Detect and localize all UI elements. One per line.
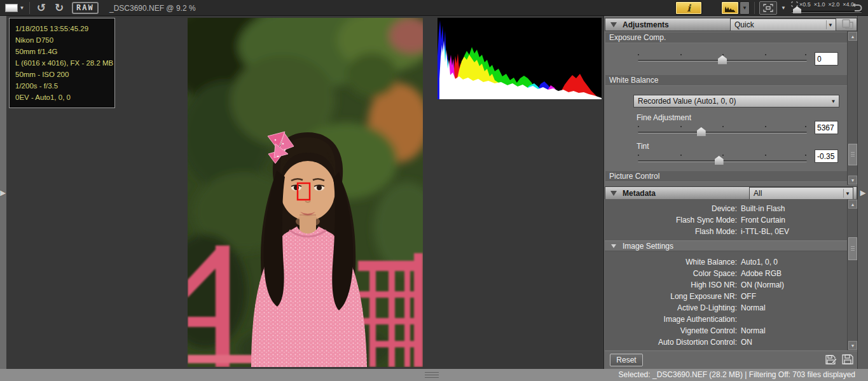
metadata-title: Metadata <box>623 189 656 198</box>
copy-settings-button[interactable] <box>841 18 856 31</box>
scroll-up-icon: ▲ <box>851 34 855 39</box>
panel-footer: Reset <box>605 350 857 368</box>
revert-button[interactable] <box>850 1 864 15</box>
histogram-overlay <box>437 18 602 99</box>
metadata-row-label: White Balance: <box>605 258 737 269</box>
fine-adjustment-value-input[interactable] <box>815 121 838 134</box>
save-icon <box>841 354 854 365</box>
metadata-row-value: ON <box>741 338 752 349</box>
expand-left-panel-handle[interactable]: ▶ <box>0 16 6 369</box>
fine-adjustment-slider[interactable] <box>638 126 807 139</box>
metadata-row-label: Device: <box>605 204 737 216</box>
chevron-down-icon: ▼ <box>20 5 25 11</box>
window-icon <box>5 4 18 12</box>
metadata-row-value: Normal <box>741 326 766 338</box>
right-triangle-icon: ▶ <box>860 188 865 197</box>
collapse-triangle-icon[interactable] <box>610 22 617 27</box>
exif-overlay: 1/18/2015 13:55:45.29 Nikon D750 50mm f/… <box>9 18 115 108</box>
adjustments-body: Exposure Comp. White Balance Recorded Va… <box>605 31 857 185</box>
top-toolbar: ▼ ↺ ↻ RAW _DSC3690.NEF @ 9.2 % i ▼ <box>0 0 868 16</box>
exposure-slider[interactable] <box>638 54 807 67</box>
zoom-preset-0.5[interactable]: ×0.5 <box>799 1 811 8</box>
reset-button[interactable]: Reset <box>610 354 643 366</box>
status-bar: Selected: _DSC3690.NEF (28.2 MB) | Filte… <box>0 369 868 381</box>
scroll-down-icon: ▼ <box>851 178 855 183</box>
fit-dropdown-button[interactable]: ▼ <box>779 1 788 15</box>
info-button[interactable]: i <box>675 1 702 15</box>
fine-adjustment-slider-handle[interactable] <box>697 127 706 136</box>
toolbar-separator <box>754 2 755 14</box>
exposure-value-input[interactable] <box>815 52 838 66</box>
picture-control-label: Picture Control <box>605 171 848 182</box>
rotate-cw-button[interactable]: ↻ <box>51 1 67 15</box>
metadata-row-label: Vignette Control: <box>605 326 737 338</box>
histogram-dropdown-button[interactable]: ▼ <box>740 1 750 15</box>
histogram-button[interactable] <box>721 1 739 15</box>
metadata-row-label: Image Authentication: <box>605 315 737 326</box>
collapse-triangle-icon[interactable] <box>610 191 617 196</box>
scroll-down-button[interactable]: ▼ <box>848 341 857 350</box>
fit-view-button[interactable] <box>759 1 777 15</box>
metadata-body: Device:Built-in Flash Flash Sync Mode:Fr… <box>605 199 857 350</box>
fit-icon <box>763 4 773 12</box>
rotate-ccw-button[interactable]: ↺ <box>33 1 50 15</box>
rotate-ccw-icon: ↺ <box>37 1 46 15</box>
scroll-up-button[interactable]: ▲ <box>848 32 857 41</box>
tint-label: Tint <box>637 142 649 151</box>
image-settings-title: Image Settings <box>623 242 673 251</box>
metadata-row-label: Color Space: <box>605 269 737 281</box>
expand-right-panel-handle[interactable]: ▶ <box>857 16 868 369</box>
metadata-row-label: Active D-Lighting: <box>605 303 737 315</box>
tint-value-input[interactable] <box>815 149 838 163</box>
application-window: ▼ ↺ ↻ RAW _DSC3690.NEF @ 9.2 % i ▼ <box>0 0 868 381</box>
zoom-preset-2.0[interactable]: ×2.0 <box>829 1 840 8</box>
right-triangle-icon: ▶ <box>0 188 6 197</box>
tint-slider[interactable] <box>638 155 807 167</box>
adjustments-preset-value: Quick <box>734 20 754 29</box>
scrollbar-thumb[interactable] <box>848 144 857 165</box>
raw-badge-button[interactable]: RAW <box>72 1 99 15</box>
right-panel: Adjustments Quick ▼ Exposure Comp. W <box>603 16 857 369</box>
white-balance-select[interactable]: Recorded Value (Auto1, 0, 0) ▼ <box>633 95 839 107</box>
collapse-triangle-icon[interactable] <box>611 244 616 248</box>
metadata-filter-select[interactable]: All ▼ <box>749 187 853 200</box>
scroll-down-button[interactable]: ▼ <box>848 176 857 184</box>
info-icon: i <box>687 3 691 14</box>
tint-slider-handle[interactable] <box>715 156 724 165</box>
scroll-down-icon: ▼ <box>851 343 855 348</box>
metadata-scrollbar[interactable]: ▲ ▼ <box>847 199 857 350</box>
window-menu-button[interactable]: ▼ <box>3 1 27 15</box>
histogram-icon <box>724 4 736 12</box>
scrollbar-thumb[interactable] <box>848 237 857 260</box>
zoom-preset-labels[interactable]: ×0.5×1.0×2.0×4.0 <box>799 1 857 8</box>
fine-adjustment-label: Fine Adjustment <box>637 113 691 122</box>
metadata-row-value: Front Curtain <box>741 216 785 227</box>
zoom-preset-1.0[interactable]: ×1.0 <box>814 1 825 8</box>
photo-view[interactable] <box>188 18 423 367</box>
splitter-grip[interactable] <box>425 372 439 378</box>
metadata-row-value: ON (Normal) <box>741 281 784 292</box>
metadata-row-label: High ISO NR: <box>605 281 737 292</box>
white-balance-label: White Balance <box>605 75 848 86</box>
raw-label: RAW <box>72 2 99 14</box>
save-edit-icon <box>825 354 837 365</box>
filename-title: _DSC3690.NEF @ 9.2 % <box>109 4 196 13</box>
white-balance-value: Recorded Value (Auto1, 0, 0) <box>638 97 736 106</box>
image-settings-header[interactable]: Image Settings <box>605 240 847 251</box>
scroll-up-button[interactable]: ▲ <box>848 200 857 209</box>
adjustments-preset-select[interactable]: Quick ▼ <box>730 18 836 31</box>
save-adjustments-button[interactable] <box>825 354 839 366</box>
adjustments-scrollbar[interactable]: ▲ ▼ <box>847 31 857 185</box>
exif-line: Nikon D750 <box>15 34 109 46</box>
exif-line: L (6016 x 4016), FX - 28.2 MB <box>15 57 109 69</box>
exif-line: 50mm f/1.4G <box>15 46 109 57</box>
fine-adjustment-slider-track[interactable] <box>638 132 807 134</box>
chevron-down-icon: ▼ <box>781 5 786 11</box>
scroll-up-icon: ▲ <box>851 202 855 207</box>
save-button[interactable] <box>841 354 855 366</box>
metadata-filter-value: All <box>754 189 762 198</box>
metadata-row-value: Auto1, 0, 0 <box>741 258 778 269</box>
chevron-down-icon: ▼ <box>843 189 851 198</box>
metadata-row-value: Built-in Flash <box>741 204 785 216</box>
exposure-slider-handle[interactable] <box>718 55 727 64</box>
